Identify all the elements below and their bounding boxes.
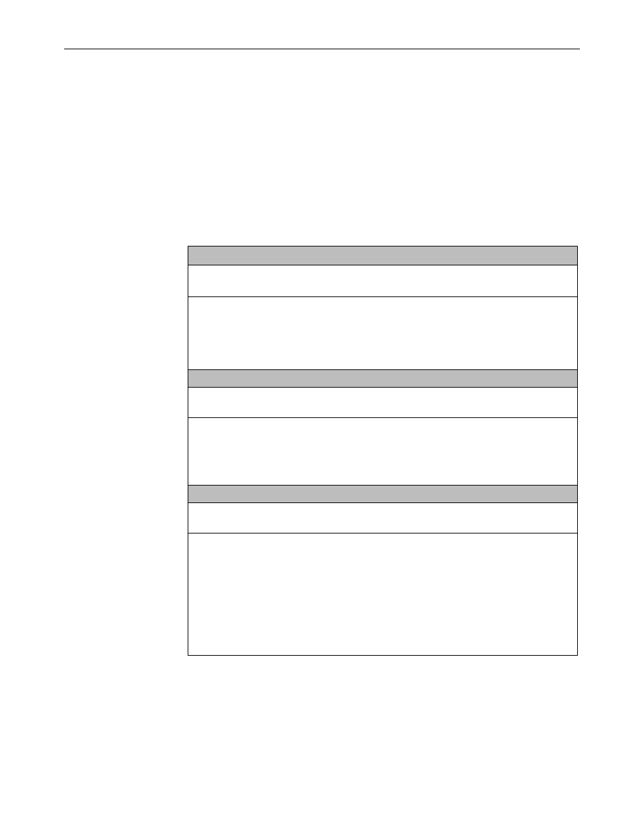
section-header [188,246,577,265]
section-row [188,265,577,297]
section-row [188,418,577,486]
section-row [188,388,577,418]
section-row [188,297,577,370]
content-box [188,246,578,656]
section-header [188,370,577,388]
section-header [188,486,577,503]
section-row [188,533,577,655]
top-rule [64,49,580,49]
document-page [0,0,644,834]
section-row [188,503,577,533]
